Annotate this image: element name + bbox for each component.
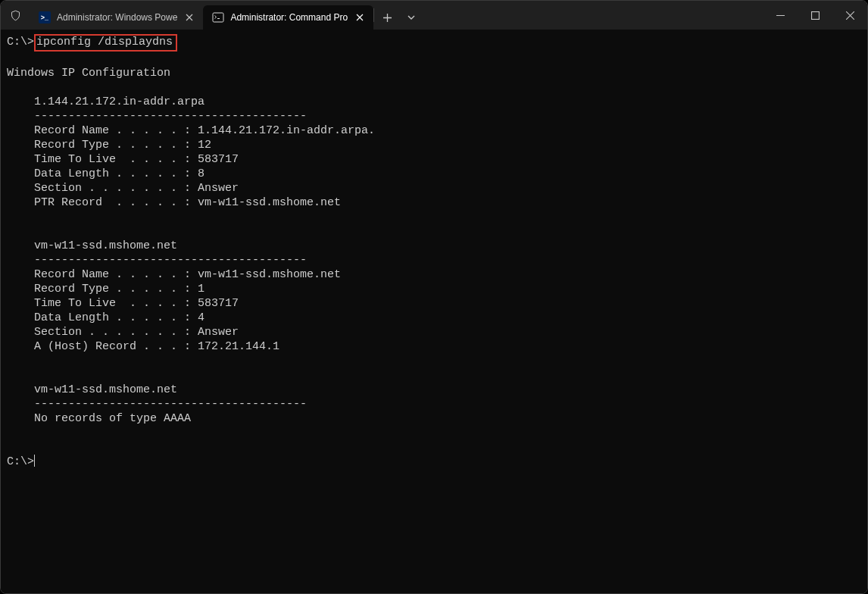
terminal-output[interactable]: C:\>ipconfig /displaydns Windows IP Conf… [1, 30, 867, 593]
output-line: Section . . . . . . . : Answer [7, 326, 239, 339]
tab-close-button[interactable] [183, 11, 195, 23]
window-controls [763, 1, 867, 30]
output-line: Record Type . . . . . : 1 [7, 283, 205, 295]
command-highlight: ipconfig /displaydns [34, 34, 177, 52]
prompt: C:\> [7, 36, 34, 48]
divider: ---------------------------------------- [7, 398, 307, 411]
new-tab-button[interactable] [374, 5, 400, 30]
prompt: C:\> [7, 455, 34, 468]
minimize-button[interactable] [763, 1, 798, 30]
entry-title: vm-w11-ssd.mshome.net [7, 383, 177, 396]
tab-label: Administrator: Windows Powe [57, 12, 177, 23]
output-line: Section . . . . . . . : Answer [7, 182, 239, 195]
svg-rect-1 [811, 11, 819, 19]
cmd-icon [212, 11, 224, 23]
output-line: Record Name . . . . . : 1.144.21.172.in-… [7, 124, 375, 137]
tab-dropdown-button[interactable] [400, 5, 423, 30]
output-line: A (Host) Record . . . : 172.21.144.1 [7, 340, 279, 353]
output-line: Record Name . . . . . : vm-w11-ssd.mshom… [7, 268, 341, 281]
output-line: Data Length . . . . . : 8 [7, 167, 205, 180]
output-line: Data Length . . . . . : 4 [7, 311, 205, 324]
entry-title: 1.144.21.172.in-addr.arpa [7, 95, 205, 108]
output-line: Time To Live . . . . : 583717 [7, 153, 239, 166]
tab-powershell[interactable]: >_ Administrator: Windows Powe [30, 5, 203, 30]
output-line: Record Type . . . . . : 12 [7, 139, 211, 152]
maximize-button[interactable] [798, 1, 832, 30]
divider: ---------------------------------------- [7, 254, 307, 267]
divider: ---------------------------------------- [7, 110, 307, 123]
powershell-icon: >_ [39, 11, 51, 23]
title-bar: >_ Administrator: Windows Powe Administr… [1, 1, 867, 30]
cursor [34, 455, 35, 467]
output-line: Time To Live . . . . : 583717 [7, 297, 239, 310]
entry-title: vm-w11-ssd.mshome.net [7, 239, 177, 252]
tab-label: Administrator: Command Pro [230, 12, 348, 23]
tab-cmd[interactable]: Administrator: Command Pro [203, 5, 373, 30]
output-line: PTR Record . . . . . : vm-w11-ssd.mshome… [7, 196, 341, 209]
close-button[interactable] [832, 1, 867, 30]
svg-rect-0 [213, 13, 223, 22]
output-line: No records of type AAAA [7, 412, 191, 425]
output-header: Windows IP Configuration [7, 67, 170, 80]
admin-shield-icon [1, 1, 30, 30]
tabs-container: >_ Administrator: Windows Powe Administr… [30, 1, 763, 30]
tab-close-button[interactable] [354, 11, 366, 23]
